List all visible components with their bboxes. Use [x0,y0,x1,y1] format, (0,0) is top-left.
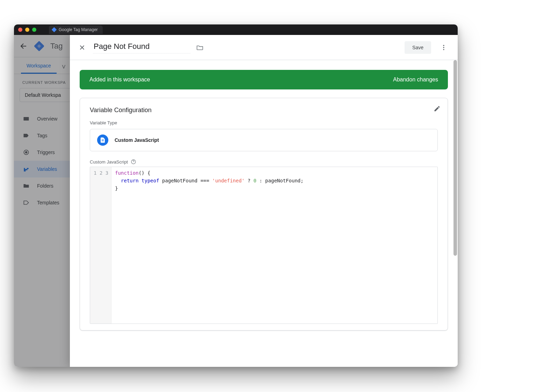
custom-js-icon [97,135,108,146]
banner-message: Added in this workspace [89,77,150,83]
workspace-change-banner: Added in this workspace Abandon changes [80,70,448,89]
panel-header: Save [70,35,458,60]
window-close-dot[interactable] [18,28,22,32]
card-title: Variable Configuration [90,107,438,114]
code-field-label: Custom JavaScript [90,159,128,165]
help-icon[interactable] [131,159,136,165]
close-icon[interactable] [77,42,87,53]
svg-point-8 [443,49,444,50]
svg-point-7 [443,47,444,48]
abandon-changes-link[interactable]: Abandon changes [393,77,438,83]
more-menu-button[interactable] [437,41,451,55]
scrollbar-thumb[interactable] [453,60,457,256]
folder-icon[interactable] [196,44,204,51]
save-button[interactable]: Save [405,41,431,54]
browser-tab-title: Google Tag Manager [59,27,98,32]
browser-tab[interactable]: Google Tag Manager [49,26,103,34]
window-zoom-dot[interactable] [32,28,36,32]
variable-type-name: Custom JavaScript [115,137,159,143]
variable-type-label: Variable Type [90,120,438,125]
variable-type-selector[interactable]: Custom JavaScript [90,129,438,151]
svg-point-6 [443,45,444,46]
code-content[interactable]: function() { return typeof pageNotFound … [111,167,307,324]
browser-titlebar: Google Tag Manager [14,24,458,35]
variable-name-input[interactable] [93,41,190,53]
variable-configuration-card: Variable Configuration Variable Type Cus… [80,98,448,331]
code-editor[interactable]: 1 2 3 function() { return typeof pageNot… [90,167,438,324]
window-minimize-dot[interactable] [25,28,29,32]
variable-editor-panel: Save Added in this workspace Abandon cha… [70,35,458,367]
more-vert-icon [440,44,447,51]
code-gutter: 1 2 3 [90,167,111,324]
svg-rect-0 [52,27,57,32]
edit-icon[interactable] [434,105,441,114]
panel-scrollbar[interactable] [453,35,458,367]
gtm-favicon-icon [52,27,57,32]
